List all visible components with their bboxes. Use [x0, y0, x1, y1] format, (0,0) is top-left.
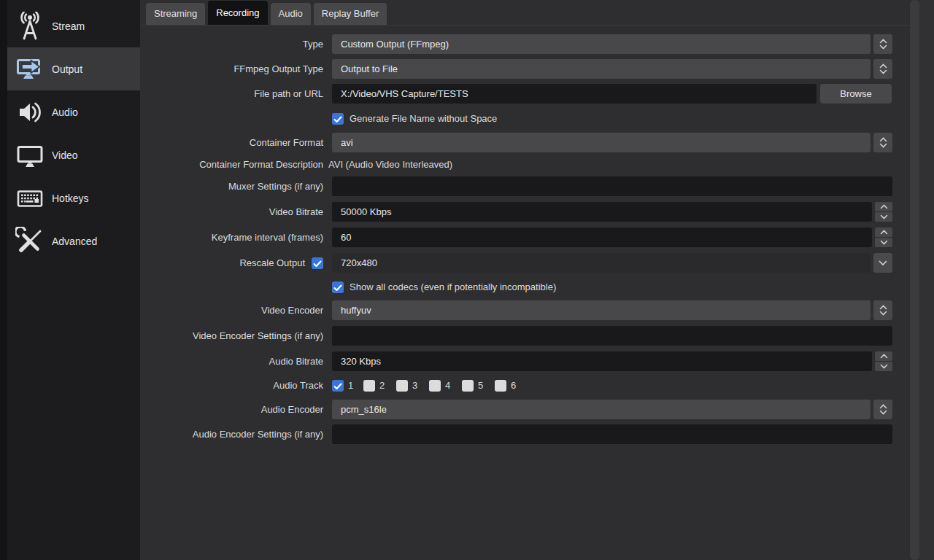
audio-encoder-dropdown[interactable]: pcm_s16le — [332, 400, 871, 419]
sidebar-item-label: Stream — [52, 20, 85, 32]
video-bitrate-increment-button[interactable] — [875, 202, 892, 211]
sidebar-item-audio[interactable]: Audio — [7, 90, 140, 133]
chevron-up-icon — [879, 305, 887, 310]
chevron-down-icon — [879, 69, 887, 74]
sidebar-item-advanced[interactable]: Advanced — [7, 219, 140, 262]
tab-recording[interactable]: Recording — [208, 1, 267, 25]
settings-sidebar: Stream Output Audio — [7, 0, 140, 560]
sidebar-item-stream[interactable]: Stream — [7, 4, 140, 47]
check-icon — [333, 114, 343, 124]
audio-track-4-checkbox[interactable] — [429, 380, 441, 392]
row-video-encoder: Video Encoder huffyuv — [140, 300, 892, 320]
rescale-resolution-combobox[interactable]: 720x480 — [332, 253, 871, 273]
muxer-settings-input[interactable] — [332, 176, 892, 196]
row-generate-no-space: Generate File Name without Space — [140, 109, 892, 128]
check-icon — [333, 283, 343, 292]
advanced-icon — [15, 227, 45, 256]
chevron-up-icon — [879, 137, 887, 142]
sidebar-item-hotkeys[interactable]: Hotkeys — [7, 176, 140, 219]
chevron-up-icon — [880, 354, 888, 359]
settings-panel: Streaming Recording Audio Replay Buffer … — [140, 0, 934, 560]
tab-streaming[interactable]: Streaming — [146, 3, 205, 25]
sidebar-item-label: Video — [52, 149, 78, 161]
type-dropdown-spinner[interactable] — [873, 34, 892, 54]
ffmpeg-output-type-dropdown-spinner[interactable] — [873, 59, 892, 79]
audio-encoder-dropdown-spinner[interactable] — [873, 400, 892, 419]
tab-audio[interactable]: Audio — [271, 3, 311, 25]
check-icon — [312, 259, 323, 268]
keyframe-interval-decrement-button[interactable] — [875, 238, 892, 247]
file-path-input[interactable] — [332, 84, 817, 104]
chevron-up-icon — [880, 230, 888, 235]
sidebar-item-label: Advanced — [52, 236, 97, 247]
sidebar-item-video[interactable]: Video — [7, 133, 140, 176]
audio-bitrate-spinbox[interactable]: 320 Kbps — [332, 351, 872, 371]
row-audio-track: Audio Track 1 2 3 — [140, 376, 892, 395]
chevron-down-icon — [879, 44, 887, 50]
container-format-description-value: AVI (Audio Video Interleaved) — [328, 159, 452, 170]
row-keyframe-interval: Keyframe interval (frames) 60 — [140, 228, 892, 247]
chevron-up-icon — [879, 63, 887, 69]
audio-bitrate-increment-button[interactable] — [875, 351, 892, 361]
browse-button[interactable]: Browse — [820, 84, 892, 104]
vertical-scrollbar[interactable] — [910, 0, 919, 560]
sidebar-item-output[interactable]: Output — [7, 47, 140, 90]
ffmpeg-output-type-label: FFmpeg Output Type — [140, 59, 323, 79]
container-format-dropdown[interactable]: avi — [332, 133, 871, 152]
keyframe-interval-spinbox[interactable]: 60 — [332, 228, 872, 247]
type-dropdown[interactable]: Custom Output (FFmpeg) — [332, 34, 871, 54]
scroll-gutter — [919, 0, 934, 560]
file-path-label: File path or URL — [140, 84, 323, 104]
chevron-down-icon — [880, 214, 888, 219]
show-all-codecs-label: Show all codecs (even if potentially inc… — [350, 277, 556, 297]
row-container-format: Container Format avi — [140, 133, 892, 152]
video-encoder-settings-input[interactable] — [332, 326, 892, 346]
video-encoder-dropdown[interactable]: huffyuv — [332, 300, 871, 320]
audio-bitrate-decrement-button[interactable] — [875, 362, 892, 371]
show-all-codecs-checkbox[interactable] — [332, 281, 344, 293]
sidebar-item-label: Audio — [52, 106, 78, 118]
type-label: Type — [140, 34, 323, 54]
muxer-settings-label: Muxer Settings (if any) — [140, 176, 323, 196]
video-bitrate-decrement-button[interactable] — [875, 212, 892, 222]
row-type: Type Custom Output (FFmpeg) — [140, 34, 892, 54]
audio-encoder-settings-input[interactable] — [332, 424, 892, 444]
audio-track-5-checkbox[interactable] — [462, 380, 474, 392]
generate-no-space-checkbox[interactable] — [332, 113, 344, 125]
chevron-down-icon — [880, 240, 888, 245]
audio-track-2-checkbox[interactable] — [363, 380, 375, 392]
generate-no-space-label: Generate File Name without Space — [350, 109, 497, 128]
row-audio-bitrate: Audio Bitrate 320 Kbps — [140, 351, 892, 371]
row-video-bitrate: Video Bitrate 50000 Kbps — [140, 202, 892, 222]
output-mode-tabbar: Streaming Recording Audio Replay Buffer — [146, 0, 803, 25]
audio-track-label: Audio Track — [140, 376, 323, 395]
audio-track-1-checkbox[interactable] — [332, 380, 344, 392]
video-bitrate-label: Video Bitrate — [140, 202, 323, 222]
chevron-down-icon — [880, 364, 888, 369]
audio-bitrate-label: Audio Bitrate — [140, 351, 323, 371]
chevron-down-icon — [879, 311, 887, 316]
audio-icon — [15, 98, 45, 127]
tabbar-divider — [140, 25, 910, 26]
audio-track-6-checkbox[interactable] — [495, 380, 506, 392]
audio-encoder-settings-label: Audio Encoder Settings (if any) — [140, 424, 323, 444]
rescale-output-checkbox[interactable] — [312, 257, 323, 269]
container-format-dropdown-spinner[interactable] — [873, 133, 892, 152]
video-encoder-dropdown-spinner[interactable] — [873, 300, 892, 320]
row-ffmpeg-output-type: FFmpeg Output Type Output to File — [140, 59, 892, 79]
container-format-description-label: Container Format Description — [140, 155, 323, 174]
audio-track-3-checkbox[interactable] — [396, 380, 408, 392]
chevron-up-icon — [879, 404, 887, 409]
keyframe-interval-increment-button[interactable] — [875, 228, 892, 237]
hotkeys-icon — [15, 184, 45, 213]
chevron-up-icon — [880, 204, 888, 209]
rescale-resolution-dropdown-button[interactable] — [873, 253, 892, 273]
video-bitrate-spinbox[interactable]: 50000 Kbps — [332, 202, 872, 222]
container-format-label: Container Format — [140, 133, 323, 152]
row-rescale-output: Rescale Output 720x480 — [140, 253, 892, 273]
keyframe-interval-label: Keyframe interval (frames) — [140, 228, 323, 247]
row-audio-encoder-settings: Audio Encoder Settings (if any) — [140, 424, 892, 444]
tab-replay-buffer[interactable]: Replay Buffer — [314, 3, 387, 25]
ffmpeg-output-type-dropdown[interactable]: Output to File — [332, 59, 871, 79]
output-icon — [15, 55, 45, 84]
